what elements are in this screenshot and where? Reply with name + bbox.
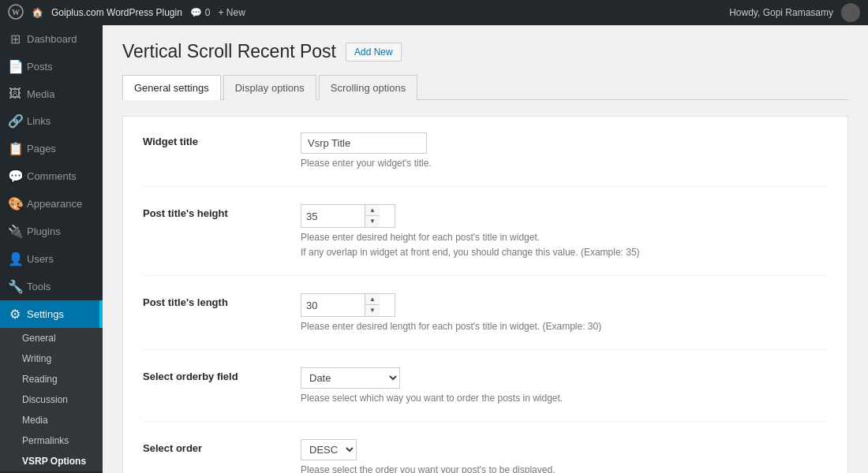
sidebar: ⊞ Dashboard 📄 Posts 🖼 Media 🔗 Links 📋 Pa… <box>0 25 103 473</box>
tab-general-settings[interactable]: General settings <box>122 75 221 100</box>
post-title-length-spinner: ▲ ▼ <box>301 293 395 317</box>
submenu-item-media[interactable]: Media <box>0 410 103 430</box>
admin-bar: W 🏠 Goiplus.com WordPress Plugin 💬 0 + N… <box>0 0 868 25</box>
spin-down-length[interactable]: ▼ <box>365 305 380 316</box>
widget-title-label: Widget title <box>143 132 301 147</box>
tab-display-options[interactable]: Display options <box>223 75 316 100</box>
spin-up-height[interactable]: ▲ <box>365 205 380 216</box>
post-title-height-help2: If any overlap in widget at front end, y… <box>301 247 828 258</box>
main-layout: ⊞ Dashboard 📄 Posts 🖼 Media 🔗 Links 📋 Pa… <box>0 25 868 473</box>
site-name[interactable]: Goiplus.com WordPress Plugin <box>51 7 182 18</box>
order-help: Please select the order you want your po… <box>301 464 828 473</box>
sidebar-item-pages[interactable]: 📋 Pages <box>0 135 103 162</box>
orderby-help: Please select which way you want to orde… <box>301 393 828 404</box>
orderby-field: Date Title ID Author Modified Comment co… <box>301 367 828 404</box>
widget-title-row: Widget title Please enter your widget's … <box>143 132 828 187</box>
sidebar-item-plugins[interactable]: 🔌 Plugins <box>0 218 103 245</box>
order-label: Select order <box>143 439 301 454</box>
sidebar-item-settings[interactable]: ⚙ Settings <box>0 300 103 328</box>
post-title-length-help: Please enter desired length for each pos… <box>301 321 828 332</box>
sidebar-label-media: Media <box>27 88 54 100</box>
sidebar-item-media[interactable]: 🖼 Media <box>0 80 103 107</box>
order-field: DESC ASC Please select the order you wan… <box>301 439 828 473</box>
svg-text:W: W <box>12 8 20 17</box>
sidebar-item-dashboard[interactable]: ⊞ Dashboard <box>0 25 103 53</box>
submenu-item-writing[interactable]: Writing <box>0 348 103 369</box>
add-new-button[interactable]: Add New <box>346 43 402 61</box>
spin-down-height[interactable]: ▼ <box>365 216 380 227</box>
page-title: Vertical Scroll Recent Post <box>122 41 336 62</box>
post-title-height-input[interactable] <box>301 207 365 225</box>
sidebar-item-posts[interactable]: 📄 Posts <box>0 53 103 80</box>
sidebar-label-dashboard: Dashboard <box>27 33 77 45</box>
widget-title-field: Please enter your widget's title. <box>301 132 828 169</box>
orderby-label: Select orderby field <box>143 367 301 382</box>
submenu-item-reading[interactable]: Reading <box>0 369 103 389</box>
post-title-height-spinner: ▲ ▼ <box>301 204 395 228</box>
sidebar-item-comments[interactable]: 💬 Comments <box>0 162 103 190</box>
submenu-item-discussion[interactable]: Discussion <box>0 389 103 410</box>
sidebar-item-links[interactable]: 🔗 Links <box>0 107 103 135</box>
tab-scrolling-options[interactable]: Scrolling options <box>319 75 417 100</box>
sidebar-label-appearance: Appearance <box>27 198 82 210</box>
admin-bar-home[interactable]: 🏠 <box>32 7 43 18</box>
sidebar-label-tools: Tools <box>27 281 51 292</box>
tabs-nav: General settings Display options Scrolli… <box>122 74 848 100</box>
spin-buttons-length: ▲ ▼ <box>365 294 380 316</box>
spin-buttons-height: ▲ ▼ <box>365 205 380 227</box>
sidebar-item-appearance[interactable]: 🎨 Appearance <box>0 190 103 218</box>
sidebar-label-posts: Posts <box>27 61 53 73</box>
submenu-item-permalinks[interactable]: Permalinks <box>0 430 103 451</box>
sidebar-label-settings: Settings <box>27 308 64 320</box>
post-title-length-input[interactable] <box>301 296 365 315</box>
order-select[interactable]: DESC ASC <box>301 439 357 460</box>
post-title-length-label: Post title's length <box>143 293 301 308</box>
wp-logo-icon: W <box>8 4 24 22</box>
user-avatar[interactable] <box>841 3 860 22</box>
submenu-item-vsrp[interactable]: VSRP Options <box>0 451 103 471</box>
post-title-height-field: ▲ ▼ Please enter desired height for each… <box>301 204 828 258</box>
sidebar-item-users[interactable]: 👤 Users <box>0 245 103 273</box>
orderby-select[interactable]: Date Title ID Author Modified Comment co… <box>301 367 400 389</box>
order-row: Select order DESC ASC Please select the … <box>143 439 828 473</box>
sidebar-label-plugins: Plugins <box>27 225 61 237</box>
post-title-length-row: Post title's length ▲ ▼ Please enter des… <box>143 293 828 350</box>
widget-title-input[interactable] <box>301 132 427 154</box>
orderby-field-row: Select orderby field Date Title ID Autho… <box>143 367 828 422</box>
submenu-item-general[interactable]: General <box>0 328 103 348</box>
post-title-height-help1: Please enter desired height for each pos… <box>301 232 828 243</box>
widget-title-help: Please enter your widget's title. <box>301 158 828 169</box>
sidebar-label-links: Links <box>27 115 51 127</box>
sidebar-label-users: Users <box>27 253 54 265</box>
settings-form: Widget title Please enter your widget's … <box>122 116 848 473</box>
sidebar-label-pages: Pages <box>27 143 56 155</box>
page-title-row: Vertical Scroll Recent Post Add New <box>122 41 848 62</box>
howdy-text: Howdy, Gopi Ramasamy <box>729 7 833 18</box>
post-title-height-label: Post title's height <box>143 204 301 219</box>
main-content: Vertical Scroll Recent Post Add New Gene… <box>103 25 868 473</box>
sidebar-label-comments: Comments <box>27 170 77 182</box>
post-title-height-row: Post title's height ▲ ▼ Please enter des… <box>143 204 828 276</box>
post-title-length-field: ▲ ▼ Please enter desired length for each… <box>301 293 828 332</box>
comments-icon-bar[interactable]: 💬 0 <box>190 7 211 18</box>
new-content-button[interactable]: + New <box>219 7 245 18</box>
spin-up-length[interactable]: ▲ <box>365 294 380 305</box>
sidebar-item-tools[interactable]: 🔧 Tools <box>0 273 103 300</box>
